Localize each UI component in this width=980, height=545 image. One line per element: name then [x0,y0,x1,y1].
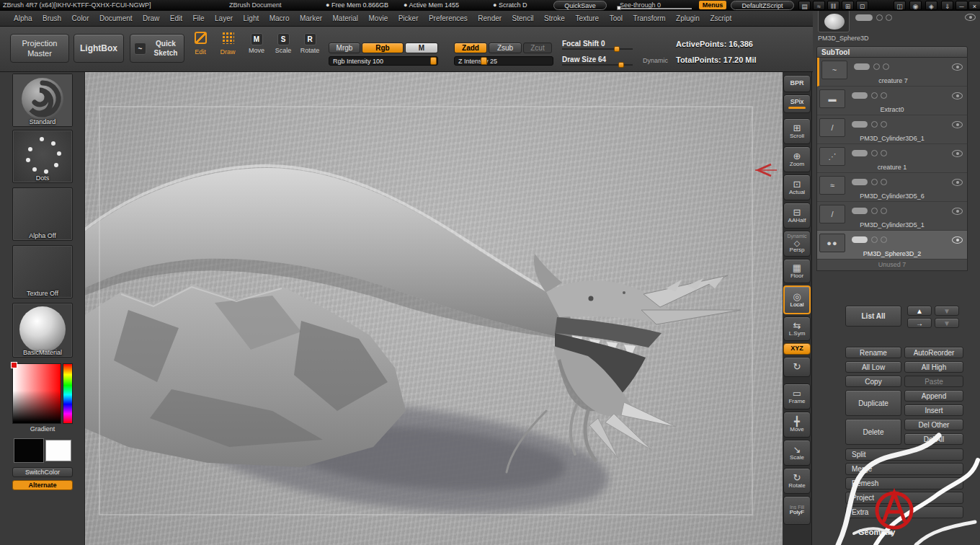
subtool-move-down-button[interactable]: ▼ [935,306,959,316]
toggle-ring2-icon[interactable] [881,121,887,128]
menu-item-marker[interactable]: Marker [296,11,326,26]
tool-toggle-ring2-icon[interactable] [886,14,892,21]
main-color-swatch[interactable] [14,438,44,463]
download-icon[interactable]: ⇓ [941,1,953,10]
polypaint-pill-icon[interactable] [852,150,868,156]
strip-move-button[interactable]: ╋ Move [783,412,811,438]
menus-button[interactable]: Menus [699,1,726,9]
lightbox-button[interactable]: LightBox [74,34,124,63]
all-high-button[interactable]: All High [904,361,963,373]
lock-icon[interactable]: ◈ [925,1,937,10]
menu-item-document[interactable]: Document [96,11,136,26]
floor-button[interactable]: ▦ Floor [783,259,811,283]
menu-item-stroke[interactable]: Stroke [540,11,569,26]
menu-item-zscript[interactable]: Zscript [706,11,735,26]
menu-item-file[interactable]: File [189,11,208,26]
hue-strip[interactable] [63,363,73,424]
zoom-button[interactable]: ⊕ Zoom [783,146,811,172]
see-through-slider[interactable]: See-through 0 [617,0,692,9]
toggle-ring2-icon[interactable] [881,179,887,185]
quick-sketch-button[interactable]: ~ Quick Sketch [130,34,184,63]
spix-slider-handle[interactable] [788,107,806,109]
documents-grid-icon[interactable]: ⊡ [856,1,868,10]
autoreorder-button[interactable]: AutoReorder [904,347,963,358]
rgb-intensity-handle[interactable] [430,57,437,65]
menu-item-movie[interactable]: Movie [365,11,392,26]
zadd-button[interactable]: Zadd [454,43,487,53]
alternate-button[interactable]: Alternate [12,480,73,490]
mrgb-button[interactable]: Mrgb [329,43,360,53]
subtool-row-cylinder3d5-1[interactable]: / PM3D_Cylinder3D5_1 [817,202,967,231]
menu-item-color[interactable]: Color [68,11,93,26]
zscript-doc-icon[interactable]: ▤ [798,1,811,10]
draw-mode-button[interactable]: Draw [216,32,239,65]
toggle-ring-icon[interactable] [871,179,878,185]
tool-toggle-pill-icon[interactable] [855,14,873,21]
menu-item-tool[interactable]: Tool [606,11,626,26]
subtool-row-sphere3d-2-selected[interactable]: ●● PM3D_Sphere3D_2 [817,231,967,260]
see-through-handle[interactable] [617,6,621,10]
toggle-ring-icon[interactable] [871,121,878,128]
zsub-button[interactable]: Zsub [489,43,522,53]
secondary-color-swatch[interactable] [45,440,71,461]
bars-icon[interactable]: ‖‖ [827,1,839,10]
visibility-eye-icon[interactable] [952,179,963,186]
menu-item-layer[interactable]: Layer [211,11,236,26]
subtool-shift-right-button[interactable]: → [907,318,932,328]
rename-button[interactable]: Rename [845,347,901,358]
paste-button[interactable]: Paste [904,376,963,387]
lsym-button[interactable]: ⇆ L.Sym [783,316,811,341]
strip-scale-button[interactable]: ↘ Scale [783,440,811,466]
menu-item-material[interactable]: Material [329,11,362,26]
polypaint-pill-icon[interactable] [852,92,868,99]
default-zscript-button[interactable]: DefaultZScript [731,1,794,10]
toggle-ring-icon[interactable] [873,63,880,70]
toggle-ring-icon[interactable] [871,236,878,243]
aahalf-button[interactable]: ⊟ AAHalf [783,203,811,229]
user-icon[interactable]: ◉ [909,1,922,10]
menu-item-brush[interactable]: Brush [39,11,65,26]
toggle-ring2-icon[interactable] [881,236,887,243]
material-thumbnail[interactable]: BasicMaterial [12,303,73,358]
active-tool-thumbnail[interactable] [818,9,850,32]
rgb-button[interactable]: Rgb [362,43,404,53]
polypaint-pill-icon[interactable] [852,236,868,243]
projection-master-button[interactable]: Projection Master [10,34,69,63]
menu-item-stencil[interactable]: Stencil [509,11,538,26]
actual-button[interactable]: ⊡ Actual [783,174,811,200]
document-canvas[interactable] [85,72,783,545]
menu-item-macro[interactable]: Macro [266,11,293,26]
visibility-eye-icon[interactable] [952,92,963,99]
copy-button[interactable]: Copy [845,376,901,387]
saturation-square[interactable] [12,363,61,424]
toggle-ring-icon[interactable] [871,208,878,214]
focal-shift-handle[interactable] [614,46,620,52]
toggle-ring2-icon[interactable] [881,150,887,156]
visibility-eye-icon[interactable] [952,121,963,128]
toggle-ring-icon[interactable] [871,150,878,156]
quicksave-button[interactable]: QuickSave [553,1,607,10]
visibility-eye-icon[interactable] [952,236,963,244]
subtool-shift-down-button[interactable]: ▼ [935,318,959,328]
spix-slider-button[interactable]: SPix [783,94,811,113]
menu-item-alpha[interactable]: Alpha [10,11,36,26]
toggle-ring-icon[interactable] [871,92,878,99]
polypaint-pill-icon[interactable] [852,121,868,128]
focal-shift-slider[interactable]: Focal Shift 0 [562,40,633,50]
tool-visibility-eye-icon[interactable] [965,14,976,21]
z-intensity-slider[interactable]: Z Intensity 25 [454,56,553,66]
z-intensity-handle[interactable] [481,57,487,65]
subtool-move-up-button[interactable]: ▲ [907,306,932,316]
scroll-button[interactable]: ⊞ Scroll [783,118,811,144]
menu-item-texture[interactable]: Texture [571,11,602,26]
menu-item-zplugin[interactable]: Zplugin [672,11,703,26]
subtool-row-creature7[interactable]: ~ creature 7 [817,58,967,87]
texture-thumbnail[interactable]: Texture Off [12,245,73,298]
menu-item-picker[interactable]: Picker [395,11,422,26]
subtool-row-creature1[interactable]: ⋰ creature 1 [817,144,967,173]
subtool-row-cylinder3d5-6[interactable]: ≈ PM3D_Cylinder3D5_6 [817,173,967,202]
insert-button[interactable]: Insert [904,404,963,416]
sliders-icon[interactable]: ≈ [813,1,825,10]
local-button[interactable]: ◎ Local [783,285,811,314]
duplicate-button[interactable]: Duplicate [845,390,901,416]
